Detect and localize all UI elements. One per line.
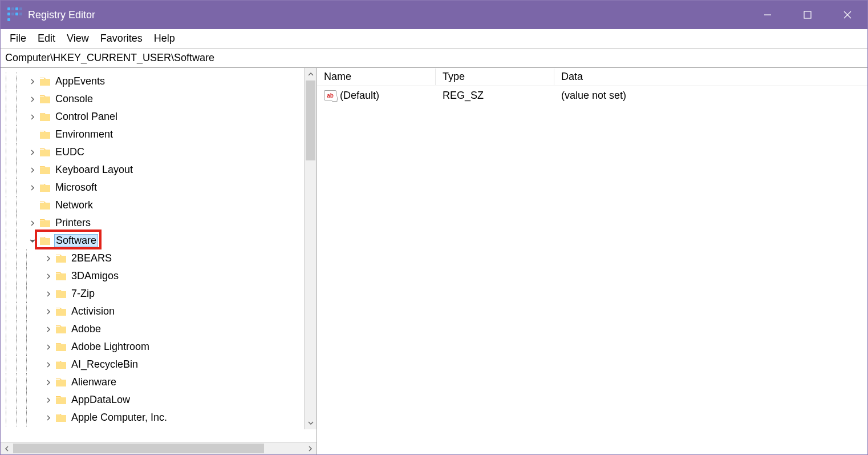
chevron-right-icon[interactable] bbox=[44, 289, 53, 299]
tree-label[interactable]: 3DAmigos bbox=[70, 270, 120, 282]
chevron-right-icon[interactable] bbox=[28, 183, 37, 192]
chevron-right-icon[interactable] bbox=[44, 396, 53, 405]
chevron-right-icon[interactable] bbox=[28, 95, 37, 104]
menu-bar: File Edit View Favorites Help bbox=[1, 29, 867, 49]
menu-view[interactable]: View bbox=[61, 31, 95, 46]
scroll-up-button[interactable] bbox=[305, 68, 317, 80]
tree-item-adobe-lightroom[interactable]: Adobe Lightroom bbox=[1, 338, 317, 356]
scroll-right-button[interactable] bbox=[304, 442, 317, 455]
value-name: (Default) bbox=[340, 90, 379, 102]
value-data: (value not set) bbox=[554, 88, 867, 103]
tree-label[interactable]: Adobe Lightroom bbox=[70, 341, 151, 353]
tree-item-eudc[interactable]: EUDC bbox=[1, 143, 317, 161]
values-list[interactable]: ab(Default)REG_SZ(value not set) bbox=[317, 86, 867, 104]
tree-vertical-scrollbar[interactable] bbox=[304, 68, 317, 429]
menu-favorites[interactable]: Favorites bbox=[95, 31, 148, 46]
address-text: Computer\HKEY_CURRENT_USER\Software bbox=[5, 52, 214, 64]
tree-label[interactable]: Software bbox=[54, 234, 98, 247]
scroll-down-button[interactable] bbox=[305, 417, 317, 429]
tree-label[interactable]: Adobe bbox=[70, 323, 102, 335]
chevron-right-icon[interactable] bbox=[28, 77, 37, 86]
chevron-right-icon[interactable] bbox=[44, 360, 53, 369]
folder-icon bbox=[55, 342, 67, 352]
tree-item-2bears[interactable]: 2BEARS bbox=[1, 249, 317, 267]
tree-label[interactable]: Microsoft bbox=[54, 182, 98, 194]
chevron-right-icon[interactable] bbox=[28, 148, 37, 157]
tree-item-appdatalow[interactable]: AppDataLow bbox=[1, 391, 317, 409]
folder-icon bbox=[39, 200, 51, 210]
menu-file[interactable]: File bbox=[4, 31, 32, 46]
titlebar[interactable]: Registry Editor bbox=[1, 1, 867, 29]
tree-item-environment[interactable]: Environment bbox=[1, 126, 317, 143]
tree-item-appevents[interactable]: AppEvents bbox=[1, 73, 317, 90]
scroll-left-button[interactable] bbox=[1, 442, 13, 455]
tree-label[interactable]: 2BEARS bbox=[70, 252, 113, 264]
chevron-down-icon[interactable] bbox=[28, 236, 37, 245]
chevron-right-icon[interactable] bbox=[28, 219, 37, 228]
maximize-button[interactable] bbox=[788, 1, 828, 29]
chevron-right-icon[interactable] bbox=[44, 307, 53, 316]
tree-label[interactable]: Printers bbox=[54, 217, 92, 229]
tree-label[interactable]: 7-Zip bbox=[70, 288, 96, 300]
hscroll-track[interactable] bbox=[13, 442, 304, 454]
tree-item-microsoft[interactable]: Microsoft bbox=[1, 179, 317, 196]
folder-icon bbox=[39, 147, 51, 157]
tree-item-3damigos[interactable]: 3DAmigos bbox=[1, 267, 317, 285]
tree-label[interactable]: Apple Computer, Inc. bbox=[70, 412, 168, 424]
tree-label[interactable]: Activision bbox=[70, 305, 116, 317]
tree-horizontal-scrollbar[interactable] bbox=[1, 442, 317, 454]
address-bar[interactable]: Computer\HKEY_CURRENT_USER\Software bbox=[1, 49, 867, 68]
tree-item-ai-recyclebin[interactable]: AI_RecycleBin bbox=[1, 356, 317, 373]
chevron-right-icon[interactable] bbox=[28, 166, 37, 175]
chevron-right-icon[interactable] bbox=[44, 413, 53, 422]
tree-item-alienware[interactable]: Alienware bbox=[1, 373, 317, 391]
chevron-right-icon[interactable] bbox=[28, 112, 37, 122]
folder-icon bbox=[39, 183, 51, 192]
minimize-button[interactable] bbox=[748, 1, 788, 29]
tree-body[interactable]: AppEventsConsoleControl PanelEnvironment… bbox=[1, 68, 317, 442]
tree-item-apple-computer-inc-[interactable]: Apple Computer, Inc. bbox=[1, 409, 317, 426]
folder-icon bbox=[55, 289, 67, 299]
tree-label[interactable]: Keyboard Layout bbox=[54, 164, 134, 176]
close-button[interactable] bbox=[828, 1, 867, 29]
column-name[interactable]: Name bbox=[317, 69, 436, 85]
chevron-right-icon[interactable] bbox=[44, 272, 53, 281]
folder-icon bbox=[55, 307, 67, 316]
tree-label[interactable]: EUDC bbox=[54, 146, 86, 158]
column-type[interactable]: Type bbox=[436, 69, 554, 85]
folder-icon bbox=[39, 165, 51, 175]
window-title: Registry Editor bbox=[28, 9, 95, 21]
tree-item-software[interactable]: Software bbox=[1, 232, 317, 249]
scroll-thumb[interactable] bbox=[306, 80, 315, 160]
hscroll-thumb[interactable] bbox=[13, 444, 264, 453]
menu-edit[interactable]: Edit bbox=[32, 31, 61, 46]
tree-label[interactable]: AppEvents bbox=[54, 75, 106, 87]
tree-label[interactable]: Alienware bbox=[70, 376, 117, 388]
tree-item-printers[interactable]: Printers bbox=[1, 214, 317, 232]
value-name-cell: ab(Default) bbox=[317, 88, 436, 103]
tree-label[interactable]: AI_RecycleBin bbox=[70, 359, 139, 371]
column-data[interactable]: Data bbox=[554, 69, 862, 85]
tree-item-keyboard-layout[interactable]: Keyboard Layout bbox=[1, 161, 317, 179]
tree-label[interactable]: Network bbox=[54, 199, 94, 211]
tree-label[interactable]: AppDataLow bbox=[70, 394, 131, 406]
value-row[interactable]: ab(Default)REG_SZ(value not set) bbox=[317, 86, 867, 104]
tree-item-console[interactable]: Console bbox=[1, 90, 317, 108]
chevron-right-icon[interactable] bbox=[44, 325, 53, 334]
tree-item-adobe[interactable]: Adobe bbox=[1, 320, 317, 338]
tree-item-network[interactable]: Network bbox=[1, 196, 317, 214]
tree-label[interactable]: Control Panel bbox=[54, 111, 119, 123]
tree-item-control-panel[interactable]: Control Panel bbox=[1, 108, 317, 126]
chevron-right-icon[interactable] bbox=[44, 378, 53, 387]
tree-item-activision[interactable]: Activision bbox=[1, 303, 317, 320]
tree-label[interactable]: Environment bbox=[54, 128, 114, 140]
scroll-track[interactable] bbox=[305, 80, 317, 417]
tree-item-7-zip[interactable]: 7-Zip bbox=[1, 285, 317, 303]
chevron-right-icon[interactable] bbox=[44, 343, 53, 352]
chevron-right-icon[interactable] bbox=[44, 254, 53, 263]
tree-label[interactable]: Console bbox=[54, 93, 94, 105]
menu-help[interactable]: Help bbox=[148, 31, 181, 46]
svg-rect-1 bbox=[804, 11, 811, 18]
values-pane: Name Type Data ab(Default)REG_SZ(value n… bbox=[317, 68, 867, 454]
folder-icon bbox=[39, 94, 51, 104]
